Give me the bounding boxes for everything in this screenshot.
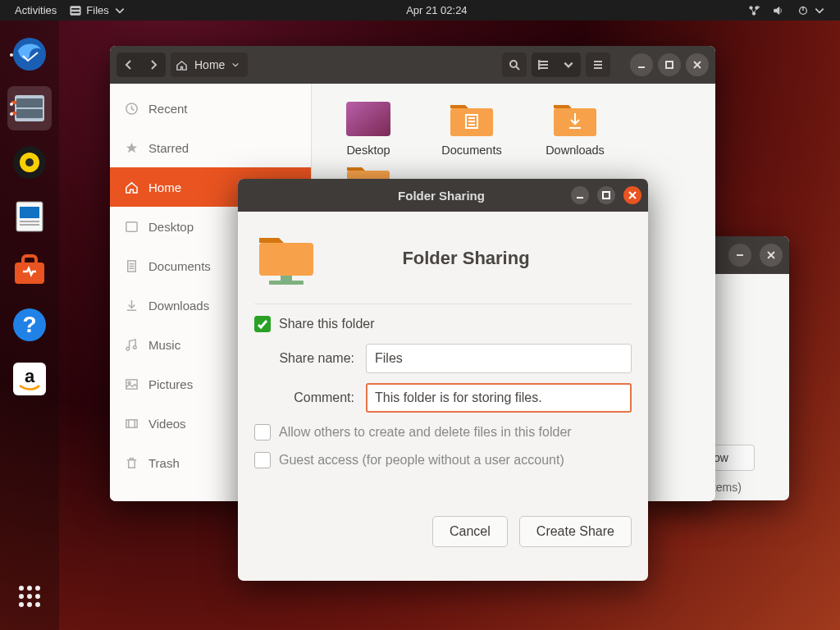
- sidebar-item-label: Pictures: [148, 377, 193, 391]
- sidebar-item-starred[interactable]: Starred: [110, 128, 311, 167]
- comment-input[interactable]: [366, 383, 632, 413]
- cancel-button[interactable]: Cancel: [432, 516, 508, 547]
- svg-rect-21: [20, 207, 39, 218]
- sidebar-item-label: Home: [148, 180, 181, 194]
- folder-desktop[interactable]: Desktop: [318, 98, 418, 158]
- svg-point-31: [35, 586, 40, 591]
- app-menu-label: Files: [86, 4, 108, 16]
- nav-forward-button[interactable]: [141, 52, 166, 77]
- network-icon: [748, 5, 760, 16]
- top-panel: Activities Files Apr 21 02:24: [0, 0, 840, 21]
- allow-others-row[interactable]: Allow others to create and delete files …: [254, 424, 632, 441]
- view-options-button[interactable]: [556, 52, 581, 77]
- chevron-down-icon: [114, 5, 126, 16]
- documents-icon: [125, 259, 139, 273]
- maximize-button[interactable]: [658, 53, 681, 76]
- dialog-minimize-button[interactable]: [571, 186, 589, 204]
- guest-access-row[interactable]: Guest access (for people without a user …: [254, 452, 632, 468]
- downloads-icon: [125, 299, 139, 313]
- apps-grid-icon: [11, 578, 48, 614]
- amazon-icon: a: [11, 361, 48, 397]
- software-icon: [11, 253, 48, 289]
- dock-rhythmbox[interactable]: [7, 140, 52, 185]
- svg-rect-68: [346, 102, 390, 136]
- home-icon: [176, 59, 188, 71]
- minimize-button[interactable]: [630, 53, 653, 76]
- files-panel-icon: [70, 5, 81, 16]
- svg-text:a: a: [25, 366, 35, 386]
- dock-files[interactable]: [7, 86, 52, 130]
- volume-indicator[interactable]: [766, 5, 791, 16]
- dock-show-apps[interactable]: [7, 574, 52, 619]
- dialog-window-title: Folder Sharing: [312, 189, 571, 203]
- allow-others-label: Allow others to create and delete files …: [279, 425, 572, 440]
- dock-software[interactable]: [7, 249, 52, 293]
- separator: [254, 304, 632, 304]
- dialog-maximize-button[interactable]: [597, 186, 615, 204]
- power-indicator[interactable]: [791, 5, 832, 16]
- bg-close-button[interactable]: [760, 244, 783, 267]
- clock[interactable]: Apr 21 02:24: [399, 4, 473, 16]
- chevron-down-icon: [814, 5, 825, 16]
- folder-documents[interactable]: Documents: [422, 98, 522, 158]
- folder-downloads[interactable]: Downloads: [525, 98, 625, 158]
- svg-point-33: [27, 594, 32, 599]
- network-indicator[interactable]: [742, 5, 766, 16]
- svg-point-32: [19, 594, 24, 599]
- folder-label: Downloads: [541, 143, 609, 158]
- sidebar-item-label: Music: [148, 338, 180, 352]
- guest-access-checkbox[interactable]: [254, 452, 271, 468]
- close-button[interactable]: [686, 53, 709, 76]
- svg-point-41: [510, 61, 517, 67]
- help-icon: ?: [11, 307, 48, 343]
- documents-folder-icon: [448, 100, 495, 138]
- nav-back-button[interactable]: [116, 52, 141, 77]
- bg-minimize-button[interactable]: [728, 244, 751, 267]
- app-menu[interactable]: Files: [63, 4, 131, 16]
- search-button[interactable]: [502, 52, 527, 77]
- folder-sharing-dialog: Folder Sharing Folder Sharing Share this…: [238, 179, 648, 581]
- location-label: Home: [194, 58, 225, 71]
- view-list-button[interactable]: [532, 52, 556, 77]
- share-this-folder-checkbox[interactable]: [254, 316, 271, 332]
- create-share-button[interactable]: Create Share: [519, 516, 632, 547]
- desktop-folder-icon: [345, 100, 392, 138]
- guest-access-label: Guest access (for people without a user …: [279, 453, 564, 468]
- dock-writer[interactable]: [7, 194, 52, 239]
- comment-label: Comment:: [254, 390, 358, 405]
- dialog-heading: Folder Sharing: [333, 248, 632, 269]
- sidebar-item-label: Desktop: [148, 220, 194, 234]
- power-icon: [797, 5, 809, 16]
- cancel-button-label: Cancel: [450, 524, 491, 539]
- thunderbird-icon: [11, 36, 48, 72]
- svg-point-62: [133, 345, 136, 349]
- allow-others-checkbox[interactable]: [254, 424, 271, 441]
- home-icon: [125, 180, 139, 194]
- downloads-folder-icon: [551, 100, 599, 138]
- svg-point-29: [19, 586, 24, 591]
- videos-icon: [125, 417, 139, 431]
- svg-point-47: [538, 64, 540, 66]
- hamburger-icon: [592, 59, 604, 71]
- sidebar-item-recent[interactable]: Recent: [110, 89, 311, 128]
- desktop-icon: [125, 220, 139, 234]
- bg-partial-button-label: ow: [714, 451, 728, 464]
- dock: ? a: [0, 21, 59, 630]
- files-dock-icon: [11, 90, 48, 126]
- activities-button[interactable]: Activities: [8, 4, 63, 16]
- dock-thunderbird[interactable]: [7, 32, 52, 76]
- svg-rect-85: [269, 281, 304, 285]
- create-share-button-label: Create Share: [536, 524, 614, 539]
- share-name-input[interactable]: [366, 344, 632, 373]
- share-this-folder-row[interactable]: Share this folder: [254, 316, 632, 332]
- dialog-titlebar: Folder Sharing: [238, 179, 648, 212]
- svg-rect-80: [603, 192, 609, 199]
- hamburger-button[interactable]: [586, 52, 610, 77]
- dock-amazon[interactable]: a: [7, 357, 52, 401]
- svg-text:?: ?: [22, 312, 36, 337]
- svg-line-42: [516, 66, 519, 70]
- location-bar[interactable]: Home: [171, 52, 248, 77]
- recent-icon: [125, 102, 139, 116]
- dock-help[interactable]: ?: [7, 303, 52, 347]
- dialog-close-button[interactable]: [623, 186, 641, 204]
